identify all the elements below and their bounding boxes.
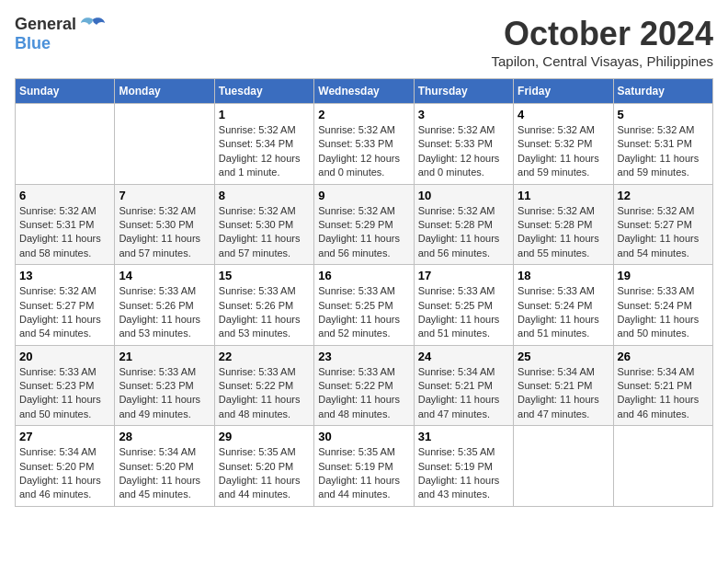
weekday-header-tuesday: Tuesday <box>214 79 313 104</box>
day-info: Sunrise: 5:33 AM Sunset: 5:26 PM Dayligh… <box>219 284 310 341</box>
day-number: 3 <box>418 108 509 121</box>
day-number: 15 <box>219 269 310 282</box>
weekday-header-sunday: Sunday <box>16 79 115 104</box>
day-number: 21 <box>119 350 210 363</box>
day-info: Sunrise: 5:32 AM Sunset: 5:30 PM Dayligh… <box>119 204 210 261</box>
calendar-cell: 24Sunrise: 5:34 AM Sunset: 5:21 PM Dayli… <box>414 345 513 426</box>
calendar-cell: 3Sunrise: 5:32 AM Sunset: 5:33 PM Daylig… <box>414 104 513 185</box>
calendar-cell: 30Sunrise: 5:35 AM Sunset: 5:19 PM Dayli… <box>314 426 414 507</box>
calendar-cell: 10Sunrise: 5:32 AM Sunset: 5:28 PM Dayli… <box>414 184 513 265</box>
day-info: Sunrise: 5:32 AM Sunset: 5:31 PM Dayligh… <box>618 123 709 180</box>
calendar-cell: 22Sunrise: 5:33 AM Sunset: 5:22 PM Dayli… <box>214 345 313 426</box>
calendar-cell: 23Sunrise: 5:33 AM Sunset: 5:22 PM Dayli… <box>314 345 414 426</box>
weekday-header-wednesday: Wednesday <box>314 79 414 104</box>
weekday-header-monday: Monday <box>115 79 214 104</box>
day-number: 9 <box>318 189 409 202</box>
day-number: 23 <box>318 350 409 363</box>
day-number: 20 <box>19 350 110 363</box>
weekday-header-saturday: Saturday <box>613 79 712 104</box>
day-number: 1 <box>219 108 310 121</box>
calendar-week-row: 20Sunrise: 5:33 AM Sunset: 5:23 PM Dayli… <box>16 345 713 426</box>
day-number: 13 <box>19 269 110 282</box>
calendar-cell: 18Sunrise: 5:33 AM Sunset: 5:24 PM Dayli… <box>514 265 613 346</box>
day-number: 16 <box>318 269 409 282</box>
calendar-cell: 29Sunrise: 5:35 AM Sunset: 5:20 PM Dayli… <box>214 426 313 507</box>
day-info: Sunrise: 5:32 AM Sunset: 5:27 PM Dayligh… <box>618 204 709 261</box>
logo-bird-icon <box>80 16 106 34</box>
logo-blue-text: Blue <box>15 34 51 53</box>
calendar-cell: 17Sunrise: 5:33 AM Sunset: 5:25 PM Dayli… <box>414 265 513 346</box>
day-info: Sunrise: 5:32 AM Sunset: 5:29 PM Dayligh… <box>318 204 409 261</box>
calendar-cell <box>514 426 613 507</box>
day-info: Sunrise: 5:33 AM Sunset: 5:25 PM Dayligh… <box>418 284 509 341</box>
calendar-cell: 12Sunrise: 5:32 AM Sunset: 5:27 PM Dayli… <box>613 184 712 265</box>
day-info: Sunrise: 5:33 AM Sunset: 5:26 PM Dayligh… <box>119 284 210 341</box>
day-number: 6 <box>19 189 110 202</box>
day-info: Sunrise: 5:32 AM Sunset: 5:28 PM Dayligh… <box>418 204 509 261</box>
day-info: Sunrise: 5:33 AM Sunset: 5:23 PM Dayligh… <box>19 365 110 422</box>
calendar-cell: 19Sunrise: 5:33 AM Sunset: 5:24 PM Dayli… <box>613 265 712 346</box>
calendar-cell: 21Sunrise: 5:33 AM Sunset: 5:23 PM Dayli… <box>115 345 214 426</box>
title-area: October 2024 Tapilon, Central Visayas, P… <box>491 15 713 69</box>
calendar-cell: 8Sunrise: 5:32 AM Sunset: 5:30 PM Daylig… <box>214 184 313 265</box>
calendar-cell: 4Sunrise: 5:32 AM Sunset: 5:32 PM Daylig… <box>514 104 613 185</box>
day-number: 30 <box>318 430 409 443</box>
day-number: 28 <box>119 430 210 443</box>
day-info: Sunrise: 5:32 AM Sunset: 5:28 PM Dayligh… <box>518 204 609 261</box>
calendar-cell: 28Sunrise: 5:34 AM Sunset: 5:20 PM Dayli… <box>115 426 214 507</box>
calendar-cell: 5Sunrise: 5:32 AM Sunset: 5:31 PM Daylig… <box>613 104 712 185</box>
calendar-cell: 26Sunrise: 5:34 AM Sunset: 5:21 PM Dayli… <box>613 345 712 426</box>
day-number: 4 <box>518 108 609 121</box>
day-info: Sunrise: 5:32 AM Sunset: 5:27 PM Dayligh… <box>19 284 110 341</box>
weekday-header-friday: Friday <box>514 79 613 104</box>
day-number: 26 <box>618 350 709 363</box>
calendar-cell <box>613 426 712 507</box>
day-info: Sunrise: 5:35 AM Sunset: 5:19 PM Dayligh… <box>418 445 509 502</box>
day-info: Sunrise: 5:35 AM Sunset: 5:20 PM Dayligh… <box>219 445 310 502</box>
calendar-cell <box>115 104 214 185</box>
calendar-cell: 9Sunrise: 5:32 AM Sunset: 5:29 PM Daylig… <box>314 184 414 265</box>
day-info: Sunrise: 5:33 AM Sunset: 5:25 PM Dayligh… <box>318 284 409 341</box>
day-number: 5 <box>618 108 709 121</box>
calendar-cell: 15Sunrise: 5:33 AM Sunset: 5:26 PM Dayli… <box>214 265 313 346</box>
day-info: Sunrise: 5:33 AM Sunset: 5:22 PM Dayligh… <box>318 365 409 422</box>
day-info: Sunrise: 5:34 AM Sunset: 5:20 PM Dayligh… <box>19 445 110 502</box>
day-number: 11 <box>518 189 609 202</box>
calendar-week-row: 27Sunrise: 5:34 AM Sunset: 5:20 PM Dayli… <box>16 426 713 507</box>
day-info: Sunrise: 5:34 AM Sunset: 5:21 PM Dayligh… <box>618 365 709 422</box>
calendar-cell <box>16 104 115 185</box>
day-number: 25 <box>518 350 609 363</box>
calendar-week-row: 6Sunrise: 5:32 AM Sunset: 5:31 PM Daylig… <box>16 184 713 265</box>
day-number: 17 <box>418 269 509 282</box>
calendar-cell: 6Sunrise: 5:32 AM Sunset: 5:31 PM Daylig… <box>16 184 115 265</box>
day-info: Sunrise: 5:33 AM Sunset: 5:22 PM Dayligh… <box>219 365 310 422</box>
calendar-header-row: SundayMondayTuesdayWednesdayThursdayFrid… <box>16 79 713 104</box>
day-info: Sunrise: 5:32 AM Sunset: 5:32 PM Dayligh… <box>518 123 609 180</box>
day-number: 14 <box>119 269 210 282</box>
day-info: Sunrise: 5:32 AM Sunset: 5:30 PM Dayligh… <box>219 204 310 261</box>
day-info: Sunrise: 5:32 AM Sunset: 5:34 PM Dayligh… <box>219 123 310 180</box>
location-title: Tapilon, Central Visayas, Philippines <box>491 53 713 69</box>
calendar-cell: 1Sunrise: 5:32 AM Sunset: 5:34 PM Daylig… <box>214 104 313 185</box>
day-info: Sunrise: 5:32 AM Sunset: 5:33 PM Dayligh… <box>418 123 509 180</box>
day-info: Sunrise: 5:33 AM Sunset: 5:23 PM Dayligh… <box>119 365 210 422</box>
calendar-table: SundayMondayTuesdayWednesdayThursdayFrid… <box>15 78 713 507</box>
day-number: 8 <box>219 189 310 202</box>
day-number: 10 <box>418 189 509 202</box>
calendar-cell: 13Sunrise: 5:32 AM Sunset: 5:27 PM Dayli… <box>16 265 115 346</box>
weekday-header-thursday: Thursday <box>414 79 513 104</box>
logo-general-text: General <box>15 15 76 34</box>
day-info: Sunrise: 5:33 AM Sunset: 5:24 PM Dayligh… <box>618 284 709 341</box>
day-info: Sunrise: 5:34 AM Sunset: 5:21 PM Dayligh… <box>518 365 609 422</box>
day-info: Sunrise: 5:34 AM Sunset: 5:20 PM Dayligh… <box>119 445 210 502</box>
day-number: 7 <box>119 189 210 202</box>
day-info: Sunrise: 5:32 AM Sunset: 5:33 PM Dayligh… <box>318 123 409 180</box>
calendar-cell: 25Sunrise: 5:34 AM Sunset: 5:21 PM Dayli… <box>514 345 613 426</box>
day-number: 22 <box>219 350 310 363</box>
month-title: October 2024 <box>491 15 713 53</box>
calendar-cell: 27Sunrise: 5:34 AM Sunset: 5:20 PM Dayli… <box>16 426 115 507</box>
day-number: 31 <box>418 430 509 443</box>
day-info: Sunrise: 5:33 AM Sunset: 5:24 PM Dayligh… <box>518 284 609 341</box>
day-info: Sunrise: 5:35 AM Sunset: 5:19 PM Dayligh… <box>318 445 409 502</box>
logo: General Blue <box>15 15 106 53</box>
